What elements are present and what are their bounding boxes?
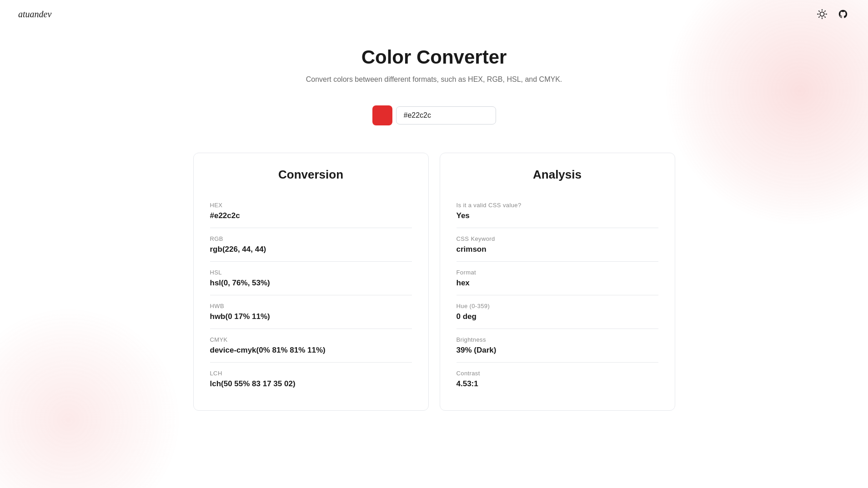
conversion-row-cmyk: CMYK device-cmyk(0% 81% 81% 11%) xyxy=(210,329,412,363)
conv-label-lch: LCH xyxy=(210,370,412,377)
conv-label-cmyk: CMYK xyxy=(210,336,412,343)
logo: atuandev xyxy=(18,9,51,20)
analysis-value-brightness: 39% (Dark) xyxy=(457,346,658,355)
analysis-card-title: Analysis xyxy=(457,168,658,182)
github-icon xyxy=(838,9,848,19)
analysis-value-css-keyword: crimson xyxy=(457,245,658,254)
navbar: atuandev xyxy=(0,0,868,28)
analysis-value-format: hex xyxy=(457,279,658,288)
conv-label-hsl: HSL xyxy=(210,269,412,276)
conv-value-hwb: hwb(0 17% 11%) xyxy=(210,312,412,321)
main-content: Color Converter Convert colors between d… xyxy=(184,28,684,438)
analysis-label-hue: Hue (0-359) xyxy=(457,303,658,309)
analysis-row-hue: Hue (0-359) 0 deg xyxy=(457,295,658,329)
page-title: Color Converter xyxy=(193,46,675,68)
analysis-row-format: Format hex xyxy=(457,262,658,295)
color-input-row xyxy=(193,105,675,125)
sun-icon xyxy=(817,9,827,19)
color-text-input[interactable] xyxy=(396,106,496,124)
analysis-value-hue: 0 deg xyxy=(457,312,658,321)
conversion-row-hwb: HWB hwb(0 17% 11%) xyxy=(210,295,412,329)
analysis-row-valid-css: Is it a valid CSS value? Yes xyxy=(457,194,658,228)
conversion-card: Conversion HEX #e22c2c RGB rgb(226, 44, … xyxy=(193,153,429,411)
analysis-card: Analysis Is it a valid CSS value? Yes CS… xyxy=(440,153,675,411)
conversion-row-hsl: HSL hsl(0, 76%, 53%) xyxy=(210,262,412,295)
conversion-row-hex: HEX #e22c2c xyxy=(210,194,412,228)
analysis-value-valid-css: Yes xyxy=(457,211,658,220)
analysis-row-brightness: Brightness 39% (Dark) xyxy=(457,329,658,363)
conv-value-hex: #e22c2c xyxy=(210,211,412,220)
analysis-row-css-keyword: CSS Keyword crimson xyxy=(457,228,658,262)
conv-label-hex: HEX xyxy=(210,202,412,209)
github-button[interactable] xyxy=(836,7,850,21)
color-swatch[interactable] xyxy=(372,105,392,125)
analysis-label-valid-css: Is it a valid CSS value? xyxy=(457,202,658,209)
conv-value-rgb: rgb(226, 44, 44) xyxy=(210,245,412,254)
analysis-value-contrast: 4.53:1 xyxy=(457,379,658,388)
analysis-row-contrast: Contrast 4.53:1 xyxy=(457,363,658,396)
conversion-row-lch: LCH lch(50 55% 83 17 35 02) xyxy=(210,363,412,396)
svg-line-4 xyxy=(825,17,825,17)
analysis-label-format: Format xyxy=(457,269,658,276)
analysis-label-brightness: Brightness xyxy=(457,336,658,343)
conv-label-rgb: RGB xyxy=(210,235,412,242)
svg-line-8 xyxy=(825,11,825,11)
analysis-label-css-keyword: CSS Keyword xyxy=(457,235,658,242)
page-subtitle: Convert colors between different formats… xyxy=(193,75,675,84)
conv-label-hwb: HWB xyxy=(210,303,412,309)
cards-row: Conversion HEX #e22c2c RGB rgb(226, 44, … xyxy=(193,153,675,411)
svg-line-3 xyxy=(819,11,819,11)
conv-value-hsl: hsl(0, 76%, 53%) xyxy=(210,279,412,288)
conversion-card-title: Conversion xyxy=(210,168,412,182)
conv-value-cmyk: device-cmyk(0% 81% 81% 11%) xyxy=(210,346,412,355)
nav-icons xyxy=(815,7,850,21)
conv-value-lch: lch(50 55% 83 17 35 02) xyxy=(210,379,412,388)
svg-point-0 xyxy=(820,12,824,16)
svg-line-7 xyxy=(819,17,819,17)
analysis-label-contrast: Contrast xyxy=(457,370,658,377)
conversion-row-rgb: RGB rgb(226, 44, 44) xyxy=(210,228,412,262)
theme-toggle-button[interactable] xyxy=(815,7,829,21)
